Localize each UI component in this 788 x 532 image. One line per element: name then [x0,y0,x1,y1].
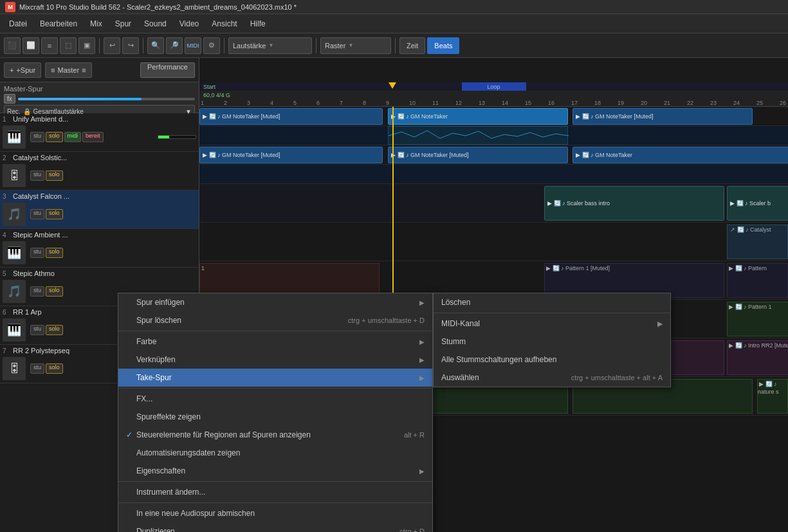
ctx-verknuepfen[interactable]: Verknüpfen ▶ [118,351,432,369]
ctx-spur-einfuegen[interactable]: Spur einfügen ▶ [118,293,432,311]
ctx-spureffekte[interactable]: Spureffekte zeigen [118,408,432,426]
context-menu-overlay[interactable]: Spur einfügen ▶ Spur löschen ctrg + umsc… [0,0,788,532]
ctx-abmischen[interactable]: In eine neue Audiospur abmischen [118,504,432,522]
ctx-spur-loeschen[interactable]: Spur löschen ctrg + umschalttaste + D [118,311,432,329]
ctx-automatisierung[interactable]: Automatisierungsdaten zeigen [118,444,432,462]
sub-loeschen[interactable]: Löschen [434,293,670,311]
ctx-sep-3 [118,481,432,482]
submenu: Löschen MIDI-Kanal ▶ Stumm Alle Stummsch… [433,293,671,387]
ctx-fx[interactable]: FX... [118,390,432,408]
ctx-sep-1 [118,331,432,331]
ctx-sep-4 [118,502,432,503]
sub-midi-kanal[interactable]: MIDI-Kanal ▶ [434,315,670,333]
sub-alle-stumm[interactable]: Alle Stummschaltungen aufheben [434,351,670,369]
context-menu: Spur einfügen ▶ Spur löschen ctrg + umsc… [118,293,433,532]
ctx-duplizieren[interactable]: Duplizieren ctrg + D [118,522,432,532]
ctx-sep-2 [118,388,432,389]
sub-sep-1 [434,313,670,313]
sub-auswaehlen[interactable]: Auswählen ctrg + umschalttaste + alt + A [434,369,670,387]
sub-stumm[interactable]: Stumm [434,333,670,351]
ctx-instrument[interactable]: Instrument ändern... [118,483,432,501]
ctx-farbe[interactable]: Farbe ▶ [118,333,432,351]
ctx-take-spur[interactable]: Take-Spur ▶ [118,369,432,387]
ctx-eigenschaften[interactable]: Eigenschaften ▶ [118,462,432,480]
ctx-steuerelemente[interactable]: ✓ Steuerelemente für Regionen auf Spuren… [118,426,432,444]
